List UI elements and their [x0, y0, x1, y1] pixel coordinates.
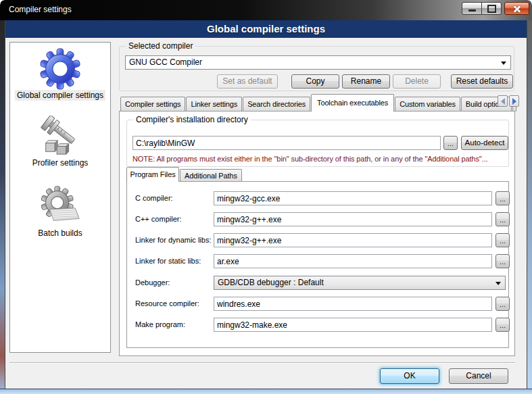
delete-button[interactable]: Delete	[393, 74, 441, 89]
window-title: Compiler settings	[9, 0, 72, 19]
minimize-button[interactable]	[462, 2, 482, 15]
resource-compiler-input[interactable]	[214, 297, 492, 311]
tab-scroll-left-button[interactable]	[498, 95, 508, 107]
field-row-make-program: Make program: ...	[127, 318, 508, 332]
ok-button[interactable]: OK	[380, 368, 439, 384]
selected-compiler-legend: Selected compiler	[126, 41, 195, 51]
cancel-button[interactable]: Cancel	[449, 368, 508, 384]
set-as-default-button[interactable]: Set as default	[217, 74, 278, 89]
minimize-icon	[468, 9, 476, 11]
arrow-left-icon	[501, 98, 505, 105]
installation-note: NOTE: All programs must exist either in …	[132, 155, 488, 163]
sidebar-item-profiler-settings[interactable]: Profiler settings	[30, 116, 91, 168]
arrow-right-icon	[512, 98, 516, 105]
field-label: C compiler:	[135, 194, 173, 202]
footer-divider	[9, 362, 515, 364]
auto-detect-button[interactable]: Auto-detect	[461, 136, 508, 150]
window-frame-bottom	[0, 389, 532, 394]
subtab-program-files[interactable]: Program Files	[126, 167, 179, 182]
tab-scroll-right-button[interactable]	[509, 95, 519, 107]
maximize-button[interactable]	[481, 2, 502, 15]
make-program-input[interactable]	[214, 318, 492, 332]
field-label: Make program:	[135, 320, 185, 328]
installation-directory-group: Compiler's installation directory ... Au…	[126, 120, 509, 167]
gray-gear-stack-icon	[39, 186, 81, 228]
field-label: Debugger:	[135, 278, 170, 287]
copy-button[interactable]: Copy	[291, 74, 339, 89]
tab-custom-variables[interactable]: Custom variables	[395, 97, 460, 112]
installation-directory-legend: Compiler's installation directory	[133, 115, 251, 124]
field-row-c-compiler: C compiler: ...	[127, 191, 508, 205]
selected-compiler-group: Selected compiler GNU GCC Compiler Set a…	[119, 46, 514, 91]
browse-linker-dynamic-button[interactable]: ...	[495, 233, 510, 247]
field-row-linker-dynamic: Linker for dynamic libs: ...	[127, 233, 508, 247]
field-label: Linker for static libs:	[135, 257, 201, 265]
compiler-tabs: Compiler settings Linker settings Search…	[119, 94, 515, 112]
compiler-select-value: GNU GCC Compiler	[129, 57, 202, 67]
installation-directory-input[interactable]	[132, 136, 441, 150]
rename-button[interactable]: Rename	[342, 74, 390, 89]
browse-make-program-button[interactable]: ...	[495, 318, 510, 332]
program-files-panel: C compiler: ... C++ compiler: ... Linker…	[126, 181, 509, 348]
tab-search-directories[interactable]: Search directories	[243, 97, 310, 112]
field-row-debugger: Debugger: GDB/CDB debugger : Default	[127, 276, 508, 290]
browse-cpp-compiler-button[interactable]: ...	[495, 212, 510, 226]
cpp-compiler-input[interactable]	[214, 212, 492, 226]
settings-sidebar: Global compiler settings	[9, 42, 111, 353]
close-button[interactable]	[504, 2, 529, 15]
tab-compiler-settings[interactable]: Compiler settings	[120, 97, 185, 112]
sidebar-item-batch-builds[interactable]: Batch builds	[36, 186, 84, 239]
tab-toolchain-executables[interactable]: Toolchain executables	[311, 94, 394, 112]
sidebar-item-global-compiler-settings[interactable]: Global compiler settings	[15, 48, 105, 101]
page-title: Global compiler settings	[5, 20, 527, 38]
chevron-down-icon	[501, 61, 506, 65]
browse-c-compiler-button[interactable]: ...	[495, 191, 510, 205]
linker-dynamic-input[interactable]	[214, 233, 492, 247]
reset-defaults-button[interactable]: Reset defaults	[451, 74, 513, 89]
linker-static-input[interactable]	[214, 254, 492, 268]
toolchain-executables-page: Compiler's installation directory ... Au…	[119, 111, 515, 356]
tab-linker-settings[interactable]: Linker settings	[186, 97, 242, 112]
caliper-icon	[39, 116, 81, 157]
sidebar-item-label: Global compiler settings	[15, 90, 105, 101]
field-label: Linker for dynamic libs:	[135, 236, 212, 244]
c-compiler-input[interactable]	[214, 191, 492, 205]
compiler-select[interactable]: GNU GCC Compiler	[125, 55, 511, 70]
debugger-select[interactable]: GDB/CDB debugger : Default	[214, 276, 506, 290]
blue-gear-icon	[39, 48, 81, 90]
field-row-cpp-compiler: C++ compiler: ...	[127, 212, 508, 226]
debugger-select-value: GDB/CDB debugger : Default	[218, 278, 324, 287]
compiler-settings-dialog: Compiler settings Global compiler settin…	[0, 0, 532, 394]
field-label: C++ compiler:	[135, 215, 181, 223]
subtab-additional-paths[interactable]: Additional Paths	[180, 169, 242, 182]
titlebar[interactable]: Compiler settings	[0, 0, 532, 20]
browse-resource-compiler-button[interactable]: ...	[495, 297, 510, 311]
window-frame-right	[527, 20, 532, 394]
sidebar-item-label: Profiler settings	[30, 157, 91, 168]
chevron-down-icon	[495, 282, 501, 285]
maximize-icon	[487, 5, 496, 13]
field-row-linker-static: Linker for static libs: ...	[127, 254, 508, 268]
field-row-resource-compiler: Resource compiler: ...	[127, 297, 508, 311]
window-frame-left	[0, 20, 5, 394]
browse-directory-button[interactable]: ...	[443, 136, 458, 150]
sidebar-item-label: Batch builds	[36, 228, 84, 239]
field-label: Resource compiler:	[135, 299, 199, 307]
browse-linker-static-button[interactable]: ...	[495, 254, 510, 268]
close-icon	[512, 4, 522, 14]
